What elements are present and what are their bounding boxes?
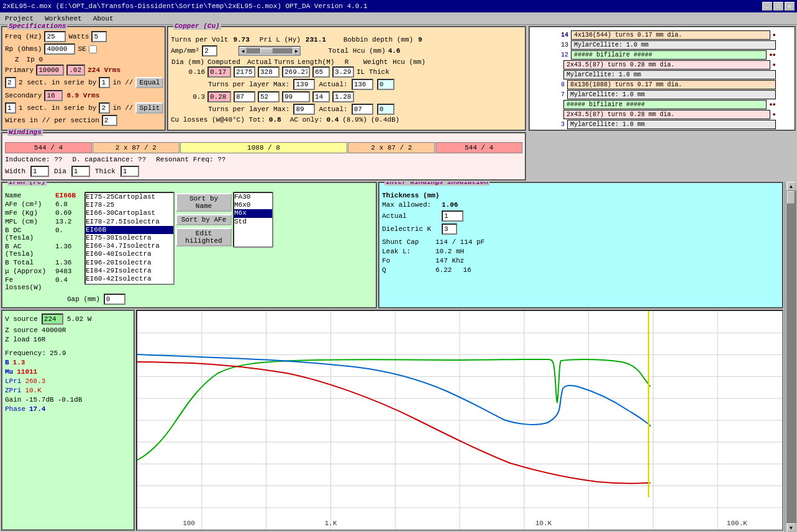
row1-weight-input[interactable] — [312, 66, 330, 78]
ac-label: AC only: — [290, 116, 323, 124]
tpl2-actual-input[interactable] — [352, 104, 373, 115]
iron-list-item[interactable]: EI66-30Cartoplast — [86, 209, 173, 217]
tpl1-field[interactable] — [377, 79, 394, 90]
tpl2-max-label: Max: — [273, 106, 289, 113]
edit-button[interactable]: Edit hilighted — [176, 228, 232, 246]
iron-list-item[interactable]: EI78-27.5Isolectra — [86, 218, 173, 226]
sect2-label: 1 sect. in serie by — [19, 104, 96, 112]
iw-dielectric-input[interactable] — [442, 223, 457, 235]
zsource-val: 40000R — [42, 327, 66, 334]
bac-label: B AC (Tesla) — [5, 243, 52, 258]
scroll-thumb[interactable] — [787, 191, 795, 204]
diag-line-5: MylarCellite: 1.0 mm — [563, 70, 776, 79]
dia-input[interactable] — [71, 166, 90, 177]
material-item-selected[interactable]: M6x — [234, 209, 272, 217]
freq-input[interactable] — [44, 31, 66, 42]
iron-list-item[interactable]: EI84-29Isolectra — [86, 267, 173, 275]
watts-input[interactable] — [91, 31, 107, 42]
iron-list-item[interactable]: EI60-42Isolectra — [86, 275, 173, 283]
mpl-label: MPL (cm) — [5, 218, 52, 225]
tpl2-max-input[interactable] — [293, 104, 315, 115]
sect1-input[interactable] — [5, 77, 16, 88]
iron-list-item[interactable]: EI84-30Cartoplast — [86, 283, 173, 285]
phase-label: Phase — [5, 405, 25, 413]
close-button[interactable]: ✕ — [785, 2, 795, 11]
svg-text:100.K: 100.K — [727, 520, 747, 527]
material-list[interactable]: FA30 M6x0 M6x Std — [233, 192, 273, 248]
row1-hcu-input[interactable] — [332, 66, 354, 78]
material-item[interactable]: M6x0 — [234, 201, 272, 209]
row1-r-input[interactable] — [282, 66, 310, 78]
iron-list-item[interactable]: EI75-30Isolectra — [86, 234, 173, 242]
menu-worksheet[interactable]: Worksheet — [42, 14, 84, 23]
row1-turns-input[interactable] — [234, 66, 255, 78]
row1-length-input[interactable] — [258, 66, 280, 78]
winding-seg-4: 2 x 87 / 2 — [348, 142, 435, 153]
resfreq-label: Resonant Freq: ?? — [156, 156, 225, 163]
iron-list-item[interactable]: EI78-25 — [86, 201, 173, 209]
bdc-val: 0. — [55, 227, 63, 241]
cu-losses-label: Cu losses (W@40°C) Tot: — [171, 116, 265, 124]
zpri-val: 10.K — [25, 387, 41, 394]
minimize-button[interactable]: _ — [762, 2, 772, 11]
row2-weight-input[interactable] — [312, 91, 330, 102]
row2-actual-input[interactable] — [207, 91, 231, 102]
dia-scroll-thumb[interactable] — [260, 48, 273, 53]
material-item[interactable]: FA30 — [234, 193, 272, 201]
primary-z-input[interactable] — [36, 65, 64, 76]
width-label: Width — [5, 168, 25, 175]
row2-length-input[interactable] — [258, 91, 280, 102]
diag-dot-right-1: ● — [773, 32, 776, 38]
vsource-input[interactable] — [42, 313, 63, 325]
iron-list-item-selected[interactable]: EI66B — [86, 226, 173, 234]
wires-input[interactable] — [102, 115, 117, 126]
se-checkbox[interactable] — [89, 45, 97, 53]
row2-hcu-input[interactable] — [332, 91, 354, 102]
row1-actual-input[interactable] — [207, 66, 231, 78]
split-button[interactable]: Split — [135, 102, 163, 114]
rp-label: Rp (Ohms) — [5, 45, 42, 53]
sect2-input[interactable] — [5, 102, 16, 114]
tpl1-max-label: Max: — [273, 81, 289, 88]
length-label: Length(M) — [298, 58, 332, 66]
tpl1-actual-input[interactable] — [352, 79, 373, 90]
scroll-down-button[interactable]: ▼ — [787, 523, 796, 532]
sort-name-button[interactable]: Sort by Name — [176, 193, 232, 212]
pril-val: 231.1 — [306, 36, 326, 43]
par2-input[interactable] — [99, 102, 110, 114]
menu-about[interactable]: About — [91, 14, 116, 23]
tpl2-field[interactable] — [377, 104, 394, 115]
iron-list-item[interactable]: EI66-34.7Isolectra — [86, 242, 173, 250]
rp-input[interactable] — [44, 43, 75, 55]
iron-list[interactable]: EI75-25Cartoplast EI78-25 EI66-30Cartopl… — [84, 192, 175, 285]
bdc-label: B DC (Tesla) — [5, 227, 52, 241]
dia-scroll-right[interactable]: ► — [293, 47, 300, 55]
thick-input[interactable] — [121, 166, 139, 177]
diag-num-7: 7 — [561, 91, 565, 98]
menu-project[interactable]: Project — [2, 14, 36, 23]
row2-r-input[interactable] — [282, 91, 310, 102]
sort-afe-button[interactable]: Sort by AFe — [176, 214, 232, 225]
primary-ip-input[interactable] — [66, 65, 85, 76]
iron-list-item[interactable]: EI75-25Cartoplast — [86, 193, 173, 201]
row2-turns-input[interactable] — [234, 91, 255, 102]
maximize-button[interactable]: □ — [773, 2, 783, 11]
scroll-up-button[interactable]: ▲ — [787, 182, 796, 191]
width-input[interactable] — [30, 166, 49, 177]
winding-seg-1: 544 / 4 — [5, 142, 92, 153]
iron-list-item[interactable]: EI96-20Isolectra — [86, 259, 173, 267]
secondary-vrms: 8.9 Vrms — [66, 92, 99, 99]
equal-button[interactable]: Equal — [135, 77, 163, 88]
dia-scroll-left[interactable]: ◄ — [239, 47, 247, 55]
diag-line-4: 2x43.5(87) turns 0.28 mm dia. — [563, 60, 770, 70]
primary-label: Primary — [5, 66, 34, 74]
material-item[interactable]: Std — [234, 218, 272, 226]
iw-actual-input[interactable] — [442, 210, 463, 222]
secondary-z-input[interactable] — [44, 90, 63, 101]
iron-list-item[interactable]: EI60-40Isolectra — [86, 250, 173, 258]
gap-input[interactable] — [104, 294, 125, 305]
amp-input[interactable] — [202, 45, 217, 56]
par1-input[interactable] — [99, 77, 110, 88]
cu-losses-val: 0.8 — [269, 116, 281, 124]
tpl1-max-input[interactable] — [293, 79, 315, 90]
